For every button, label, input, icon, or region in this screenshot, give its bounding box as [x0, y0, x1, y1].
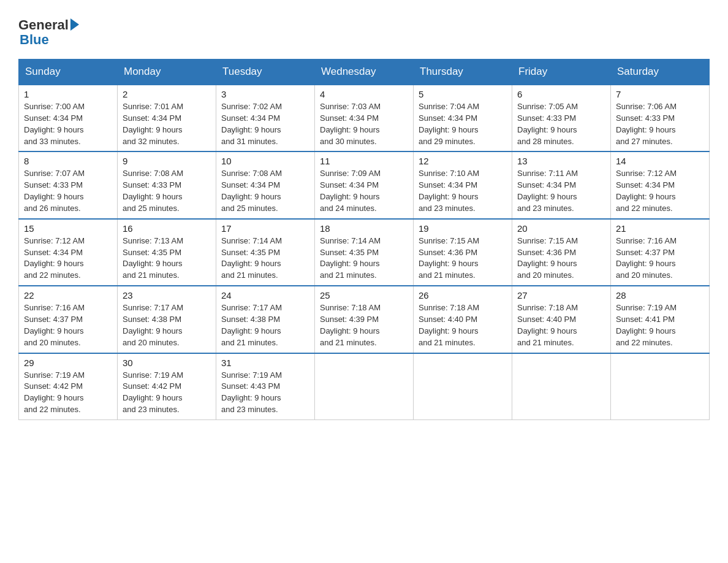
- day-info: Sunrise: 7:18 AMSunset: 4:39 PMDaylight:…: [320, 302, 408, 348]
- calendar-cell: 6 Sunrise: 7:05 AMSunset: 4:33 PMDayligh…: [512, 85, 611, 151]
- calendar-cell: [315, 353, 414, 420]
- day-info: Sunrise: 7:19 AMSunset: 4:41 PMDaylight:…: [616, 302, 704, 348]
- day-number: 5: [419, 89, 507, 99]
- day-info: Sunrise: 7:14 AMSunset: 4:35 PMDaylight:…: [320, 236, 408, 282]
- day-info: Sunrise: 7:03 AMSunset: 4:34 PMDaylight:…: [320, 101, 408, 147]
- calendar-cell: 27 Sunrise: 7:18 AMSunset: 4:40 PMDaylig…: [512, 286, 611, 353]
- day-info: Sunrise: 7:04 AMSunset: 4:34 PMDaylight:…: [419, 101, 507, 147]
- calendar-cell: 11 Sunrise: 7:09 AMSunset: 4:34 PMDaylig…: [315, 151, 414, 218]
- day-number: 16: [123, 223, 211, 234]
- logo-general-text: General: [18, 17, 69, 33]
- weekday-header-row: SundayMondayTuesdayWednesdayThursdayFrid…: [19, 59, 710, 85]
- calendar-cell: 15 Sunrise: 7:12 AMSunset: 4:34 PMDaylig…: [19, 219, 118, 286]
- day-number: 19: [419, 223, 507, 234]
- day-number: 18: [320, 223, 408, 234]
- day-info: Sunrise: 7:18 AMSunset: 4:40 PMDaylight:…: [419, 302, 507, 348]
- day-number: 8: [24, 156, 112, 166]
- day-number: 27: [517, 290, 605, 301]
- day-number: 29: [24, 358, 112, 368]
- calendar-cell: 1 Sunrise: 7:00 AMSunset: 4:34 PMDayligh…: [19, 85, 118, 151]
- day-number: 25: [320, 290, 408, 301]
- day-info: Sunrise: 7:01 AMSunset: 4:34 PMDaylight:…: [123, 101, 211, 147]
- calendar-cell: 2 Sunrise: 7:01 AMSunset: 4:34 PMDayligh…: [118, 85, 216, 151]
- day-info: Sunrise: 7:15 AMSunset: 4:36 PMDaylight:…: [517, 236, 605, 282]
- day-info: Sunrise: 7:07 AMSunset: 4:33 PMDaylight:…: [24, 168, 112, 214]
- calendar-cell: 16 Sunrise: 7:13 AMSunset: 4:35 PMDaylig…: [118, 219, 216, 286]
- week-row-2: 8 Sunrise: 7:07 AMSunset: 4:33 PMDayligh…: [19, 151, 710, 218]
- day-number: 11: [320, 156, 408, 166]
- weekday-header-tuesday: Tuesday: [216, 59, 315, 85]
- calendar-cell: 8 Sunrise: 7:07 AMSunset: 4:33 PMDayligh…: [19, 151, 118, 218]
- day-info: Sunrise: 7:19 AMSunset: 4:43 PMDaylight:…: [221, 370, 309, 416]
- calendar-cell: 20 Sunrise: 7:15 AMSunset: 4:36 PMDaylig…: [512, 219, 611, 286]
- calendar-cell: 4 Sunrise: 7:03 AMSunset: 4:34 PMDayligh…: [315, 85, 414, 151]
- day-info: Sunrise: 7:16 AMSunset: 4:37 PMDaylight:…: [24, 302, 112, 348]
- calendar-cell: 7 Sunrise: 7:06 AMSunset: 4:33 PMDayligh…: [611, 85, 710, 151]
- logo-blue-text: Blue: [20, 32, 49, 48]
- day-number: 23: [123, 290, 211, 301]
- week-row-3: 15 Sunrise: 7:12 AMSunset: 4:34 PMDaylig…: [19, 219, 710, 286]
- calendar-cell: 13 Sunrise: 7:11 AMSunset: 4:34 PMDaylig…: [512, 151, 611, 218]
- day-number: 4: [320, 89, 408, 99]
- calendar-cell: 26 Sunrise: 7:18 AMSunset: 4:40 PMDaylig…: [414, 286, 512, 353]
- day-number: 28: [616, 290, 704, 301]
- day-info: Sunrise: 7:12 AMSunset: 4:34 PMDaylight:…: [24, 236, 112, 282]
- calendar-cell: 21 Sunrise: 7:16 AMSunset: 4:37 PMDaylig…: [611, 219, 710, 286]
- day-info: Sunrise: 7:06 AMSunset: 4:33 PMDaylight:…: [616, 101, 704, 147]
- calendar-cell: 22 Sunrise: 7:16 AMSunset: 4:37 PMDaylig…: [19, 286, 118, 353]
- day-info: Sunrise: 7:08 AMSunset: 4:34 PMDaylight:…: [221, 168, 309, 214]
- day-number: 6: [517, 89, 605, 99]
- calendar-cell: 3 Sunrise: 7:02 AMSunset: 4:34 PMDayligh…: [216, 85, 315, 151]
- day-number: 26: [419, 290, 507, 301]
- week-row-5: 29 Sunrise: 7:19 AMSunset: 4:42 PMDaylig…: [19, 353, 710, 420]
- calendar-cell: 30 Sunrise: 7:19 AMSunset: 4:42 PMDaylig…: [118, 353, 216, 420]
- day-info: Sunrise: 7:17 AMSunset: 4:38 PMDaylight:…: [221, 302, 309, 348]
- calendar-cell: 5 Sunrise: 7:04 AMSunset: 4:34 PMDayligh…: [414, 85, 512, 151]
- calendar-cell: 18 Sunrise: 7:14 AMSunset: 4:35 PMDaylig…: [315, 219, 414, 286]
- day-number: 3: [221, 89, 309, 99]
- day-info: Sunrise: 7:19 AMSunset: 4:42 PMDaylight:…: [24, 370, 112, 416]
- day-number: 1: [24, 89, 112, 99]
- day-info: Sunrise: 7:16 AMSunset: 4:37 PMDaylight:…: [616, 236, 704, 282]
- day-info: Sunrise: 7:11 AMSunset: 4:34 PMDaylight:…: [517, 168, 605, 214]
- day-number: 30: [123, 358, 211, 368]
- calendar-cell: 23 Sunrise: 7:17 AMSunset: 4:38 PMDaylig…: [118, 286, 216, 353]
- day-info: Sunrise: 7:09 AMSunset: 4:34 PMDaylight:…: [320, 168, 408, 214]
- day-number: 9: [123, 156, 211, 166]
- day-number: 22: [24, 290, 112, 301]
- calendar-cell: [512, 353, 611, 420]
- day-info: Sunrise: 7:00 AMSunset: 4:34 PMDaylight:…: [24, 101, 112, 147]
- calendar-cell: [414, 353, 512, 420]
- calendar-table: SundayMondayTuesdayWednesdayThursdayFrid…: [18, 59, 710, 420]
- week-row-1: 1 Sunrise: 7:00 AMSunset: 4:34 PMDayligh…: [19, 85, 710, 151]
- page-header: General Blue: [18, 12, 710, 48]
- logo-arrow-icon: [70, 18, 79, 31]
- day-info: Sunrise: 7:12 AMSunset: 4:34 PMDaylight:…: [616, 168, 704, 214]
- calendar-cell: 19 Sunrise: 7:15 AMSunset: 4:36 PMDaylig…: [414, 219, 512, 286]
- calendar-cell: 24 Sunrise: 7:17 AMSunset: 4:38 PMDaylig…: [216, 286, 315, 353]
- weekday-header-sunday: Sunday: [19, 59, 118, 85]
- weekday-header-friday: Friday: [512, 59, 611, 85]
- weekday-header-saturday: Saturday: [611, 59, 710, 85]
- weekday-header-thursday: Thursday: [414, 59, 512, 85]
- day-info: Sunrise: 7:18 AMSunset: 4:40 PMDaylight:…: [517, 302, 605, 348]
- day-info: Sunrise: 7:10 AMSunset: 4:34 PMDaylight:…: [419, 168, 507, 214]
- calendar-cell: 25 Sunrise: 7:18 AMSunset: 4:39 PMDaylig…: [315, 286, 414, 353]
- day-info: Sunrise: 7:15 AMSunset: 4:36 PMDaylight:…: [419, 236, 507, 282]
- calendar-cell: 12 Sunrise: 7:10 AMSunset: 4:34 PMDaylig…: [414, 151, 512, 218]
- day-number: 13: [517, 156, 605, 166]
- calendar-cell: [611, 353, 710, 420]
- day-number: 12: [419, 156, 507, 166]
- day-number: 14: [616, 156, 704, 166]
- calendar-cell: 14 Sunrise: 7:12 AMSunset: 4:34 PMDaylig…: [611, 151, 710, 218]
- day-info: Sunrise: 7:17 AMSunset: 4:38 PMDaylight:…: [123, 302, 211, 348]
- logo: General Blue: [18, 12, 79, 48]
- day-number: 15: [24, 223, 112, 234]
- day-number: 10: [221, 156, 309, 166]
- calendar-cell: 31 Sunrise: 7:19 AMSunset: 4:43 PMDaylig…: [216, 353, 315, 420]
- calendar-cell: 10 Sunrise: 7:08 AMSunset: 4:34 PMDaylig…: [216, 151, 315, 218]
- calendar-cell: 9 Sunrise: 7:08 AMSunset: 4:33 PMDayligh…: [118, 151, 216, 218]
- day-info: Sunrise: 7:13 AMSunset: 4:35 PMDaylight:…: [123, 236, 211, 282]
- calendar-cell: 17 Sunrise: 7:14 AMSunset: 4:35 PMDaylig…: [216, 219, 315, 286]
- day-info: Sunrise: 7:02 AMSunset: 4:34 PMDaylight:…: [221, 101, 309, 147]
